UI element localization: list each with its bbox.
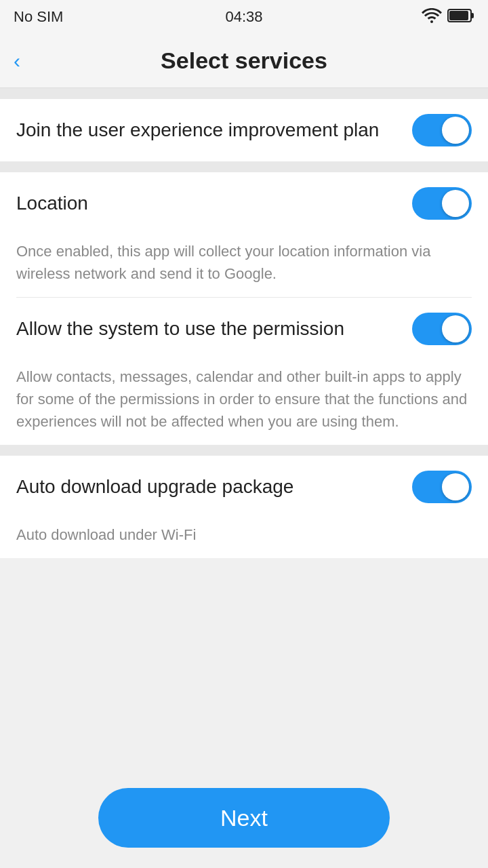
wifi-icon	[422, 8, 442, 26]
location-label: Location	[16, 191, 88, 216]
status-bar: No SIM 04:38	[0, 0, 488, 34]
page-title: Select services	[161, 47, 327, 74]
divider-2	[0, 445, 488, 456]
auto-download-toggle[interactable]	[412, 471, 472, 503]
user-experience-section: Join the user experience improvement pla…	[0, 99, 488, 161]
auto-download-label: Auto download upgrade package	[16, 475, 293, 499]
toggle-knob-download	[442, 473, 469, 500]
system-permission-description: Allow contacts, messages, calendar and o…	[0, 360, 488, 445]
user-experience-toggle[interactable]	[412, 114, 472, 146]
user-experience-row: Join the user experience improvement pla…	[0, 99, 488, 161]
svg-rect-1	[449, 11, 468, 20]
divider-1	[0, 161, 488, 172]
system-permission-toggle[interactable]	[412, 313, 472, 345]
toggle-knob-location	[442, 190, 469, 217]
location-description: Once enabled, this app will collect your…	[0, 235, 488, 297]
location-section: Location Once enabled, this app will col…	[0, 172, 488, 445]
back-button[interactable]: ‹	[14, 51, 20, 71]
system-permission-row: Allow the system to use the permission	[0, 298, 488, 360]
auto-download-description: Auto download under Wi-Fi	[0, 518, 488, 558]
carrier-label: No SIM	[14, 8, 63, 26]
battery-icon	[447, 8, 474, 26]
user-experience-label: Join the user experience improvement pla…	[16, 118, 379, 142]
svg-rect-2	[471, 13, 474, 18]
next-button[interactable]: Next	[98, 788, 390, 848]
toggle-knob-permission	[442, 315, 469, 342]
auto-download-section: Auto download upgrade package Auto downl…	[0, 456, 488, 558]
location-toggle[interactable]	[412, 187, 472, 220]
toolbar: ‹ Select services	[0, 34, 488, 88]
top-divider	[0, 88, 488, 99]
system-permission-label: Allow the system to use the permission	[16, 317, 344, 341]
status-icons	[422, 8, 474, 26]
toggle-knob	[442, 117, 469, 144]
location-row: Location	[0, 172, 488, 235]
time-label: 04:38	[225, 8, 262, 26]
auto-download-row: Auto download upgrade package	[0, 456, 488, 518]
